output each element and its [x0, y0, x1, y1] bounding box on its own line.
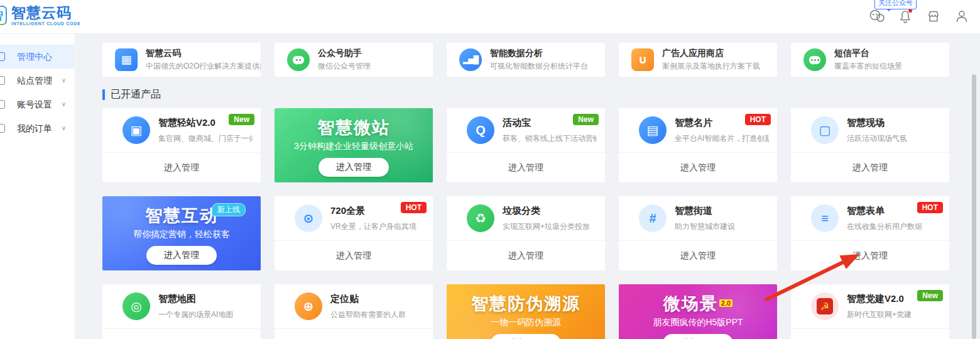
product-banner-micro-site[interactable]: 智慧微站 3分钟构建企业轻量级创意小站 进入管理	[275, 108, 433, 182]
enter-manage-button[interactable]: 进入管理	[275, 241, 433, 270]
sidebar-item-management-center[interactable]: 管理中心	[0, 45, 74, 69]
product-body: ◎ 智慧地图 一个专属的场景AI地图	[102, 284, 261, 329]
enter-manage-button[interactable]: 进入管理	[619, 153, 777, 182]
sidebar-item-my-orders[interactable]: 我的订单 ∨	[0, 116, 74, 140]
enter-manage-button[interactable]: 进入管理	[663, 334, 733, 339]
logo[interactable]: 智 智慧云码 INTELLIGENT CLOUD CODE	[0, 5, 80, 26]
section-header: 已开通产品	[102, 88, 161, 101]
banner-title: 智慧防伪溯源	[471, 292, 580, 315]
quick-card-desc: 覆盖丰富的短信场景	[834, 61, 902, 72]
header-actions	[869, 8, 970, 25]
product-card-smart-business-card: HOT ▤ 智慧名片 全平台AI智能名片，打造创新... 进入管理	[619, 108, 777, 182]
product-card-activity-treasure: New Q 活动宝 获客、锁客线上线下活动营销... 进入管理	[447, 108, 605, 182]
quick-card-title: 广告人应用商店	[662, 48, 760, 59]
product-desc: 活跃活动现场气氛	[847, 133, 907, 144]
enter-manage-button[interactable]: 进入管理	[146, 246, 217, 265]
quick-card-title: 智能数据分析	[490, 48, 588, 59]
product-desc: 公益帮助有需要的人群	[330, 309, 406, 320]
clipboard-form-icon: ≡	[811, 204, 839, 232]
enter-manage-button[interactable]: 进入管理	[791, 329, 949, 339]
wechat-icon[interactable]	[869, 8, 885, 25]
product-title: 智慧地图	[158, 293, 233, 305]
product-desc: 集官网、微商城、门店于一体...	[158, 133, 253, 144]
trash-bin-icon: ♻	[467, 204, 494, 232]
qrcode-icon: ▦	[115, 48, 138, 71]
sidebar-item-label: 账号设置	[17, 99, 52, 109]
product-banner-anti-counterfeit[interactable]: 智慧防伪溯源 一物一码防伪溯源 进入管理	[447, 284, 605, 339]
hot-badge: HOT	[745, 114, 771, 125]
enter-manage-button[interactable]: 进入管理	[318, 158, 389, 177]
vertical-scrollbar[interactable]	[972, 74, 976, 339]
vr-panorama-icon: ⊙	[295, 204, 322, 232]
quick-card-data-analysis[interactable]: ▂▅█ 智能数据分析 可视化智能数据分析统计平台	[447, 43, 605, 77]
store-icon[interactable]	[925, 8, 942, 25]
main-content: ▦ 智慧云码 中国领先的O2O行业解决方案提供商 公众号助手 微信公众号管理 ▂…	[75, 34, 980, 339]
hot-badge: HOT	[401, 202, 427, 213]
banner-subtitle: 朋友圈疯传的H5版PPT	[619, 317, 777, 328]
product-card-720-panorama: HOT ⊙ 720全景 VR全景，让客户身临其境 进入管理	[275, 196, 433, 270]
quick-card-cloud-code[interactable]: ▦ 智慧云码 中国领先的O2O行业解决方案提供商	[102, 43, 261, 77]
enter-manage-button[interactable]: 进入管理	[491, 334, 561, 339]
product-desc: 助力智慧城市建设	[675, 221, 735, 232]
sms-bubble-icon	[803, 48, 826, 71]
quick-entry-row: ▦ 智慧云码 中国领先的O2O行业解决方案提供商 公众号助手 微信公众号管理 ▂…	[102, 43, 949, 77]
location-target-icon: ⊕	[295, 292, 322, 320]
enter-manage-button[interactable]: 进入管理	[791, 153, 949, 182]
my-orders-icon	[0, 124, 5, 133]
street-map-icon: #	[639, 204, 667, 232]
quick-card-app-store[interactable]: ∪ 广告人应用商店 案例展示及落地执行方案下载	[619, 43, 777, 77]
version-badge: 2.0	[719, 299, 732, 307]
sidebar-item-site-management[interactable]: 站点管理 ∨	[0, 69, 74, 92]
quick-card-sms-platform[interactable]: 短信平台 覆盖丰富的短信场景	[791, 43, 949, 77]
enter-manage-button-smart-form[interactable]: 进入管理	[791, 241, 949, 270]
product-title: 定位贴	[330, 293, 406, 305]
enter-manage-button[interactable]: 进入管理	[102, 153, 261, 182]
quick-card-desc: 案例展示及落地执行方案下载	[662, 61, 760, 72]
new-badge: New	[573, 114, 599, 125]
logo-title: 智慧云码	[11, 5, 80, 21]
product-desc: 获客、锁客线上线下活动营销...	[503, 133, 597, 144]
product-card-garbage-sorting: ♻ 垃圾分类 实现互联网+垃圾分类投放 进入管理	[447, 196, 605, 270]
sidebar-item-label: 站点管理	[17, 75, 52, 86]
chevron-down-icon: ∨	[62, 92, 66, 116]
product-card-smart-scene: ▢ 智慧现场 活跃活动现场气氛 进入管理	[791, 108, 949, 182]
enter-manage-button[interactable]: 进入管理	[619, 241, 777, 270]
enter-manage-button[interactable]: 进入管理	[102, 329, 261, 339]
quick-card-title: 短信平台	[834, 48, 902, 59]
product-desc: 实现互联网+垃圾分类投放	[503, 221, 590, 232]
bar-chart-icon: ▂▅█	[459, 48, 482, 71]
notification-bell-icon[interactable]	[897, 8, 913, 25]
banner-subtitle: 帮你搞定营销，轻松获客	[102, 229, 261, 240]
user-avatar-icon[interactable]	[954, 8, 970, 25]
quick-card-desc: 微信公众号管理	[318, 61, 371, 72]
sidebar-item-account-settings[interactable]: 账号设置 ∨	[0, 92, 74, 116]
banner-title: 微场景	[663, 292, 718, 315]
enter-manage-button[interactable]: 进入管理	[447, 153, 605, 182]
product-desc: 全平台AI智能名片，打造创新...	[675, 133, 769, 144]
product-title: 智慧街道	[675, 205, 735, 217]
logo-subtitle: INTELLIGENT CLOUD CODE	[11, 21, 80, 26]
quick-card-title: 智慧云码	[146, 48, 261, 59]
product-banner-micro-scene[interactable]: 微场景2.0 朋友圈疯传的H5版PPT 进入管理	[619, 284, 777, 339]
enter-manage-button[interactable]: 进入管理	[447, 241, 605, 270]
sidebar-item-label: 管理中心	[17, 52, 52, 62]
quick-card-official-account-assistant[interactable]: 公众号助手 微信公众号管理	[275, 43, 433, 77]
hot-badge: HOT	[917, 202, 943, 213]
product-card-location-sticker: ⊕ 定位贴 公益帮助有需要的人群 进入管理	[275, 284, 433, 339]
appstore-bag-icon: ∪	[631, 48, 654, 71]
product-title: 智慧党建V2.0	[847, 293, 912, 305]
product-banner-smart-interaction[interactable]: 新上线 智慧互动 帮你搞定营销，轻松获客 进入管理	[102, 196, 261, 270]
light-site-icon: ▣	[122, 116, 150, 144]
chevron-down-icon: ∨	[62, 69, 66, 92]
product-title: 智慧现场	[847, 117, 907, 129]
quick-card-desc: 中国领先的O2O行业解决方案提供商	[146, 61, 261, 72]
banner-subtitle: 一物一码防伪溯源	[447, 317, 605, 328]
product-desc: 新时代互联网+党建	[847, 309, 912, 320]
logo-text: 智慧云码 INTELLIGENT CLOUD CODE	[11, 5, 80, 26]
account-settings-icon	[0, 100, 5, 109]
product-desc: VR全景，让客户身临其境	[330, 221, 416, 232]
section-title: 已开通产品	[111, 88, 161, 101]
enter-manage-button[interactable]: 进入管理	[275, 329, 433, 339]
quick-card-title: 公众号助手	[318, 48, 371, 59]
map-pin-icon: ◎	[122, 292, 150, 320]
